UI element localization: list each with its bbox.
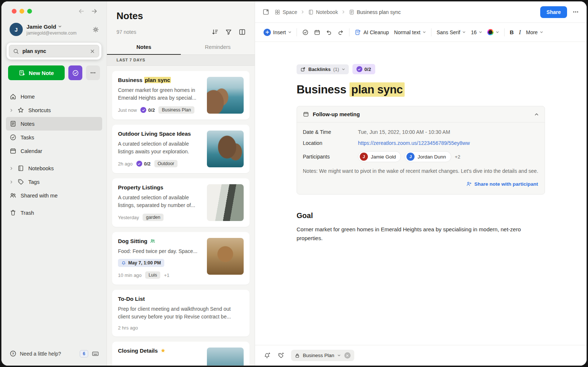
toolbar-divider: [504, 28, 505, 36]
tab-reminders[interactable]: Reminders: [181, 40, 255, 54]
redo-button[interactable]: [335, 27, 347, 38]
trash-icon: [10, 209, 17, 216]
insert-menu[interactable]: Insert: [261, 26, 294, 38]
ai-cleanup-button[interactable]: AI Cleanup: [352, 27, 391, 38]
meeting-card-header[interactable]: Follow-up meeting: [297, 106, 545, 122]
help-row: ? Need a little help? 6: [1, 344, 107, 366]
account-menu[interactable]: Jamie Gold: [26, 24, 76, 30]
task-progress-pill[interactable]: 0/2: [352, 64, 375, 74]
note-card-property-listings[interactable]: Property Listings A curated selection of…: [112, 178, 250, 227]
breadcrumb-note[interactable]: Business plan sync: [349, 9, 401, 15]
sidebar-item-tasks[interactable]: Tasks: [6, 131, 102, 144]
home-icon: [10, 93, 17, 100]
remove-tag-button[interactable]: [344, 352, 351, 359]
note-card-todo-list[interactable]: To-Do List Prep for client meeting and w…: [112, 290, 250, 336]
filter-button[interactable]: [225, 28, 232, 36]
note-card-business-plan-sync[interactable]: Business plan sync Corner market for gre…: [112, 71, 250, 120]
zoom-window-button[interactable]: [27, 9, 32, 14]
history-back-button[interactable]: [78, 8, 85, 15]
meeting-location-label: Location: [303, 140, 358, 146]
collapse-chevron-icon[interactable]: [534, 112, 539, 117]
backlinks-pill[interactable]: Backlinks (1): [297, 64, 349, 74]
add-reminder-button[interactable]: [264, 352, 271, 359]
add-tag-button[interactable]: [277, 352, 284, 359]
help-label[interactable]: Need a little help?: [20, 351, 61, 357]
breadcrumb-notebook[interactable]: Notebook: [308, 9, 338, 15]
font-color-picker[interactable]: [485, 27, 502, 38]
more-formatting-dropdown[interactable]: More: [523, 27, 546, 38]
keyboard-icon[interactable]: [92, 350, 99, 357]
breadcrumb-space[interactable]: Space: [275, 9, 297, 15]
more-actions-button[interactable]: [86, 65, 100, 80]
sidebar-item-notebooks[interactable]: Notebooks: [6, 161, 102, 175]
note-card-title: Dog Sitting: [118, 238, 201, 244]
sort-button[interactable]: [211, 28, 219, 36]
sidebar-item-label: Home: [21, 94, 35, 100]
search-box: plan sync: [7, 43, 101, 60]
new-note-button[interactable]: New Note: [8, 65, 65, 80]
notebook-tag-chip[interactable]: Business Plan: [291, 350, 354, 361]
participant-chip[interactable]: J Jordan Dunn: [405, 151, 451, 162]
sidebar-item-label: Trash: [21, 210, 34, 216]
note-card-outdoor-living[interactable]: Outdoor Living Space Ideas A curated sel…: [112, 125, 250, 173]
sidebar-item-notes[interactable]: Notes: [6, 117, 102, 131]
space-icon: [275, 9, 280, 15]
notes-count: 97 notes: [116, 29, 136, 35]
note-tag: garden: [143, 214, 164, 221]
meeting-location-link[interactable]: https://zereatlors.zoom.us/1223456789/55…: [358, 140, 470, 146]
goal-paragraph[interactable]: Corner market for green homes in Emerald…: [297, 225, 536, 243]
settings-button[interactable]: [92, 26, 99, 33]
note-thumbnail: [207, 77, 244, 114]
note-title[interactable]: Business plan sync: [297, 83, 545, 96]
view-options-button[interactable]: [239, 28, 246, 36]
bold-button[interactable]: B: [507, 27, 516, 38]
close-window-button[interactable]: [12, 9, 17, 14]
undo-icon: [326, 29, 332, 36]
chevron-right-icon[interactable]: [10, 167, 13, 170]
new-task-button[interactable]: [68, 65, 82, 80]
section-header: LAST 7 DAYS: [107, 55, 255, 66]
paragraph-style-dropdown[interactable]: Normal text: [391, 27, 429, 38]
tab-notes[interactable]: Notes: [107, 40, 181, 54]
chevron-right-icon[interactable]: [10, 108, 13, 112]
note-card-closing-details[interactable]: Closing Details: [112, 342, 250, 366]
insert-calendar-button[interactable]: [311, 27, 323, 38]
history-forward-button[interactable]: [91, 8, 98, 15]
sidebar-item-calendar[interactable]: Calendar: [6, 144, 102, 158]
share-button[interactable]: Share: [540, 6, 567, 18]
meeting-card-body: Date & Time Tue, Jun 15, 2022, 10:00 AM …: [297, 122, 545, 194]
participant-chip[interactable]: J Jamie Gold: [358, 151, 401, 162]
meeting-notes: Notes: We might want to pivot in the wak…: [303, 167, 539, 175]
sidebar-item-home[interactable]: Home: [6, 90, 102, 103]
note-more-button[interactable]: [572, 8, 579, 15]
expand-note-button[interactable]: [262, 8, 269, 15]
font-size-dropdown[interactable]: 16: [468, 27, 485, 38]
goal-heading[interactable]: Goal: [297, 211, 545, 220]
sidebar-item-tags[interactable]: Tags: [6, 175, 102, 189]
search-clear-button[interactable]: [90, 49, 95, 54]
meeting-participants-label: Participants: [303, 154, 358, 160]
note-card-snippet: A curated selection of available listing…: [118, 194, 201, 209]
search-input[interactable]: plan sync: [9, 45, 99, 57]
insert-task-button[interactable]: [300, 27, 311, 38]
avatar[interactable]: J: [10, 23, 23, 36]
font-family-dropdown[interactable]: Sans Serif: [434, 27, 469, 38]
sidebar-item-trash[interactable]: Trash: [6, 206, 102, 220]
note-tag: Outdoor: [154, 160, 178, 167]
chevron-down-icon: [288, 31, 291, 34]
check-circle-icon: [302, 29, 309, 36]
chevron-right-icon[interactable]: [10, 180, 13, 184]
sidebar-item-shared-with-me[interactable]: Shared with me: [6, 189, 102, 202]
question-circle-icon[interactable]: ?: [10, 350, 17, 357]
undo-button[interactable]: [323, 27, 335, 38]
minimize-window-button[interactable]: [19, 9, 24, 14]
note-card-snippet: Food: Feed twice per day. Space...: [118, 247, 201, 255]
sidebar: J Jamie Gold jamiegold@evernote.com plan…: [1, 1, 107, 366]
arrow-right-icon: [91, 8, 98, 15]
italic-button[interactable]: I: [516, 27, 523, 38]
task-progress: 0/2: [140, 107, 155, 113]
chevron-down-icon: [540, 31, 543, 34]
sidebar-item-shortcuts[interactable]: Shortcuts: [6, 103, 102, 117]
note-card-dog-sitting[interactable]: Dog Sitting Food: Feed twice per day. Sp…: [112, 232, 250, 285]
share-with-participant-link[interactable]: Share note with participant: [466, 181, 538, 187]
